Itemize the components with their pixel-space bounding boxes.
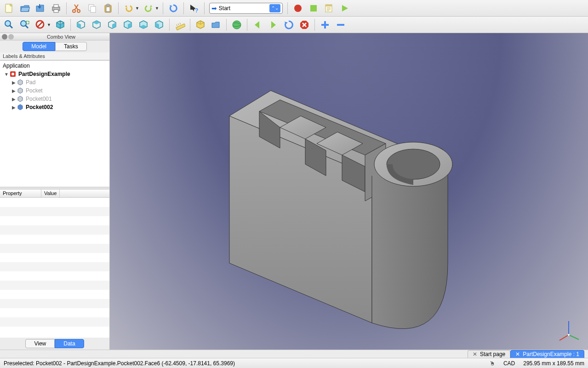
tab-data[interactable]: Data [55,339,84,348]
new-file-button[interactable] [2,1,17,16]
view-rear-button[interactable] [120,17,135,32]
open-file-button[interactable] [17,1,32,16]
svg-line-17 [10,25,12,28]
svg-line-24 [177,24,177,26]
undo-button[interactable] [121,1,136,16]
dropdown-toggle-icon: ⌃⌄ [269,4,280,12]
svg-point-38 [568,334,570,336]
view-toolbar: ▼ [0,17,588,33]
group-button[interactable] [209,17,223,32]
property-tabs: View Data [0,338,109,350]
toolbar-separator [190,19,190,31]
measure-button[interactable] [172,17,187,32]
draw-style-dropdown[interactable]: ▼ [47,23,51,27]
close-tab-icon[interactable]: ✕ [515,351,520,357]
toolbar-separator [70,19,71,31]
nav-stop-button[interactable] [297,17,312,32]
svg-text:?: ? [195,7,198,13]
viewport-dimensions: 295.95 mm x 189.55 mm [523,360,584,367]
caret-icon[interactable]: ▶ [11,105,17,110]
svg-line-37 [559,335,569,340]
tree-item[interactable]: ▶Pocket002 [1,103,108,111]
undo-dropdown[interactable]: ▼ [135,6,139,11]
combo-tabs: Model Tasks [0,40,109,52]
feature-icon [17,95,24,103]
tab-model[interactable]: Model [23,42,55,51]
axis-orientation-widget[interactable] [555,316,582,344]
axonometric-button[interactable] [53,17,68,32]
tree-item[interactable]: ▶Pocket [1,86,108,95]
nav-back-button[interactable] [250,17,265,32]
view-front-button[interactable] [74,17,88,32]
tree-document[interactable]: ▼ PartDesignExample [1,70,108,78]
part-button[interactable] [193,17,208,32]
fit-all-button[interactable] [2,17,17,32]
tree-root[interactable]: Application [1,62,108,70]
nav-mode[interactable]: CAD [503,360,515,367]
status-bar: Preselected: Pocket002 - PartDesignExamp… [0,358,588,368]
dock-float-icon[interactable] [8,34,14,40]
nav-forward-button[interactable] [266,17,280,32]
caret-icon[interactable]: ▶ [11,88,17,93]
3d-viewport[interactable] [110,33,588,350]
toolbar-separator [314,19,315,31]
run-macro-button[interactable] [337,1,352,16]
dock-close-icon[interactable] [2,34,7,40]
whatsthis-button[interactable]: ? [187,1,201,16]
svg-line-25 [178,23,179,25]
svg-rect-3 [54,10,58,12]
value-col-header: Value [41,190,60,197]
property-header: Property Value [0,190,109,198]
toolbar-separator [287,2,288,14]
svg-line-19 [25,25,28,28]
view-right-button[interactable] [105,17,120,32]
doc-tab-start[interactable]: ✕ Start page [468,350,510,358]
refresh-button[interactable] [166,1,181,16]
stop-macro-button[interactable] [306,1,321,16]
cut-button[interactable] [69,1,84,16]
close-tab-icon[interactable]: ✕ [473,351,477,357]
combo-view-title: Combo View [15,34,108,40]
edit-macro-button[interactable] [322,1,337,16]
workbench-selector[interactable]: ➡ Start ⌃⌄ [209,3,283,14]
feature-icon [17,104,24,111]
caret-icon[interactable]: ▶ [11,97,17,102]
web-button[interactable] [229,17,244,32]
print-button[interactable] [49,1,63,16]
view-left-button[interactable] [152,17,166,32]
property-rows [0,198,109,336]
tab-tasks[interactable]: Tasks [55,42,87,51]
caret-icon[interactable]: ▶ [11,80,17,85]
caret-icon[interactable]: ▼ [4,72,9,77]
tree-item[interactable]: ▶Pad [1,78,108,86]
view-top-button[interactable] [89,17,104,32]
document-icon [9,70,17,78]
view-bottom-button[interactable] [136,17,151,32]
svg-rect-9 [107,4,109,6]
zoom-out-button[interactable] [333,17,348,32]
redo-dropdown[interactable]: ▼ [155,6,159,11]
property-col-header: Property [0,190,41,197]
fit-selection-button[interactable] [17,17,32,32]
toolbar-separator [226,19,227,31]
record-macro-button[interactable] [291,1,305,16]
svg-rect-7 [91,6,96,12]
doc-tab-partdesign[interactable]: ✕ PartDesignExample : 1 [510,350,584,358]
redo-button[interactable] [141,1,156,16]
model-tree[interactable]: Application ▼ PartDesignExample ▶Pad▶Poc… [0,60,109,187]
main-toolbar: ▼ ▼ ? ➡ Start ⌃⌄ [0,0,588,17]
paste-button[interactable] [101,1,115,16]
feature-icon [17,79,24,86]
tree-item[interactable]: ▶Pocket001 [1,95,108,103]
draw-style-button[interactable] [33,17,48,32]
tab-view[interactable]: View [25,339,55,348]
save-button[interactable] [33,1,48,16]
copy-button[interactable] [85,1,100,16]
zoom-in-button[interactable] [318,17,332,32]
toolbar-separator [118,2,119,14]
nav-refresh-button[interactable] [281,17,296,32]
svg-line-26 [180,23,181,24]
property-table[interactable]: Property Value [0,190,109,338]
feature-icon [17,87,24,94]
document-tab-bar: ✕ Start page ✕ PartDesignExample : 1 [0,350,588,358]
